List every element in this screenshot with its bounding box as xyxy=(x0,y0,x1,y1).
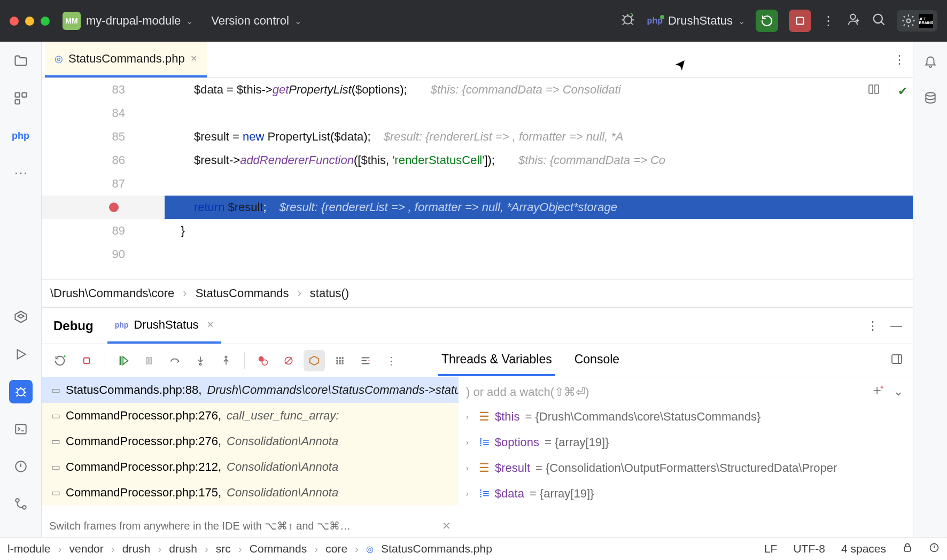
project-name[interactable]: my-drupal-module xyxy=(86,14,181,28)
reader-mode-icon[interactable] xyxy=(867,83,880,99)
readonly-toggle-icon[interactable] xyxy=(902,542,913,556)
indent-setting[interactable]: 4 spaces xyxy=(841,542,886,555)
code-line[interactable]: $result = new PropertyList($data);$resul… xyxy=(165,125,913,149)
close-tab-icon[interactable]: ✕ xyxy=(207,320,214,330)
code-line[interactable] xyxy=(165,172,913,196)
problems-tool[interactable] xyxy=(9,455,33,478)
breadcrumb-part[interactable]: status() xyxy=(310,286,349,300)
status-problems-icon[interactable] xyxy=(929,542,940,556)
gutter-line[interactable]: 86 xyxy=(42,149,165,172)
variable-row[interactable]: ›☰ $result = {Consolidation\OutputFormat… xyxy=(459,455,913,481)
path-segment[interactable]: src xyxy=(216,542,231,555)
view-breakpoints-button[interactable] xyxy=(252,350,274,371)
variable-row[interactable]: ›☰ $this = {Drush\Commands\core\StatusCo… xyxy=(459,404,913,430)
close-tip-icon[interactable]: ✕ xyxy=(442,519,451,532)
path-segment[interactable]: drush xyxy=(169,542,197,555)
breadcrumb-part[interactable]: StatusCommands xyxy=(196,286,289,300)
console-tab[interactable]: Console xyxy=(571,345,623,376)
more-icon[interactable]: ⋮ xyxy=(381,350,402,371)
file-tab[interactable]: ◎ StatusCommands.php ✕ xyxy=(45,42,207,77)
chevron-down-icon[interactable]: ⌄ xyxy=(294,16,301,26)
mute-breakpoints-button[interactable] xyxy=(278,350,299,371)
bug-icon[interactable] xyxy=(620,11,636,30)
add-watch-icon[interactable] xyxy=(872,385,884,400)
run-configuration-selector[interactable]: php DrushStatus ⌄ xyxy=(647,14,745,28)
services-tool[interactable] xyxy=(9,305,33,329)
maximize-window-icon[interactable] xyxy=(41,17,50,26)
thread-dump-button[interactable] xyxy=(329,350,351,371)
minimize-window-icon[interactable] xyxy=(25,17,34,26)
rerun-button[interactable] xyxy=(756,10,778,32)
path-segment[interactable]: core xyxy=(325,542,347,555)
variable-row[interactable]: ›⁞≡ $data = {array[19]} xyxy=(459,481,913,507)
path-segment[interactable]: drush xyxy=(122,542,151,555)
inspection-ok-icon[interactable]: ✔ xyxy=(898,84,907,98)
chevron-down-icon[interactable]: ⌄ xyxy=(894,385,903,400)
structure-tool[interactable] xyxy=(9,87,33,110)
stack-frame[interactable]: ▭CommandProcessor.php:276, Consolidation… xyxy=(42,429,459,454)
path-segment[interactable]: Commands xyxy=(250,542,307,555)
gutter-line[interactable]: 84 xyxy=(42,102,165,125)
breadcrumb-part[interactable]: \Drush\Commands\core xyxy=(50,286,174,300)
step-over-button[interactable] xyxy=(164,350,185,371)
stack-frame[interactable]: ▭StatusCommands.php:88, Drush\Commands\c… xyxy=(42,377,459,403)
project-tool[interactable] xyxy=(9,49,33,73)
file-encoding[interactable]: UTF-8 xyxy=(793,542,825,555)
evaluate-expression-button[interactable] xyxy=(304,350,325,371)
window-traffic-lights[interactable] xyxy=(10,17,50,26)
code-line[interactable]: $data = $this->getPropertyList($options)… xyxy=(165,78,913,102)
add-watch-prompt[interactable]: ) or add a watch (⇧⌘⏎) ⌄ xyxy=(459,380,913,404)
code-with-me-icon[interactable] xyxy=(845,12,860,30)
stop-button[interactable] xyxy=(789,10,811,32)
database-icon[interactable] xyxy=(919,87,942,110)
version-control-menu[interactable]: Version control xyxy=(211,14,289,28)
vcs-tool[interactable] xyxy=(9,492,33,516)
php-tool[interactable]: php xyxy=(9,124,33,147)
settings-button[interactable]: JET BRAINS xyxy=(897,10,937,32)
threads-variables-tab[interactable]: Threads & Variables xyxy=(438,345,555,376)
resume-button[interactable] xyxy=(113,350,134,371)
pause-button[interactable] xyxy=(138,350,160,371)
debug-session-tab[interactable]: php DrushStatus ✕ xyxy=(107,308,222,344)
close-window-icon[interactable] xyxy=(10,17,19,26)
variable-row[interactable]: ›⁞≡ $options = {array[19]} xyxy=(459,430,913,455)
gutter-line[interactable]: 85 xyxy=(42,125,165,149)
notifications-icon[interactable] xyxy=(919,49,942,73)
run-tool[interactable] xyxy=(9,343,33,366)
gutter-line[interactable]: 83 xyxy=(42,78,165,102)
step-out-button[interactable] xyxy=(215,350,237,371)
gutter-line[interactable]: 90 xyxy=(42,243,165,266)
more-icon[interactable]: ⋮ xyxy=(867,319,879,333)
more-actions-icon[interactable]: ⋮ xyxy=(822,13,835,28)
code-line[interactable]: $result->addRendererFunction([$this, 're… xyxy=(165,149,913,172)
more-tools-icon[interactable]: ⋯ xyxy=(9,161,33,185)
code-line[interactable] xyxy=(165,102,913,125)
path-file[interactable]: StatusCommands.php xyxy=(381,542,492,555)
rerun-button[interactable]: ● xyxy=(50,350,72,371)
terminal-tool[interactable] xyxy=(9,417,33,441)
gutter-line[interactable]: 89 xyxy=(42,219,165,243)
search-icon[interactable] xyxy=(871,12,886,30)
chevron-down-icon[interactable]: ⌄ xyxy=(186,16,193,26)
layout-icon[interactable] xyxy=(890,353,903,369)
minimize-icon[interactable]: — xyxy=(890,319,902,333)
gutter-line[interactable] xyxy=(42,196,165,219)
settings-button[interactable] xyxy=(355,350,376,371)
debug-tool[interactable] xyxy=(9,380,33,403)
code-line[interactable] xyxy=(165,243,913,266)
editor-more-icon[interactable]: ⋮ xyxy=(886,53,913,67)
editor-breadcrumb[interactable]: \Drush\Commands\core › StatusCommands › … xyxy=(42,279,913,307)
chevron-down-icon[interactable]: ⌄ xyxy=(738,16,745,26)
code-line[interactable]: return $result;$result: {rendererList =>… xyxy=(165,196,913,219)
step-into-button[interactable] xyxy=(190,350,211,371)
stack-frame[interactable]: ▭CommandProcessor.php:175, Consolidation… xyxy=(42,480,459,505)
gutter-line[interactable]: 87 xyxy=(42,172,165,196)
stop-button[interactable] xyxy=(76,350,97,371)
close-tab-icon[interactable]: ✕ xyxy=(190,53,197,64)
code-line[interactable]: } xyxy=(165,219,913,243)
line-separator[interactable]: LF xyxy=(764,542,778,555)
stack-frame[interactable]: ▭CommandProcessor.php:212, Consolidation… xyxy=(42,454,459,480)
path-segment[interactable]: l-module xyxy=(7,542,51,555)
stack-frame[interactable]: ▭CommandProcessor.php:276, call_user_fun… xyxy=(42,403,459,429)
path-segment[interactable]: vendor xyxy=(69,542,104,555)
